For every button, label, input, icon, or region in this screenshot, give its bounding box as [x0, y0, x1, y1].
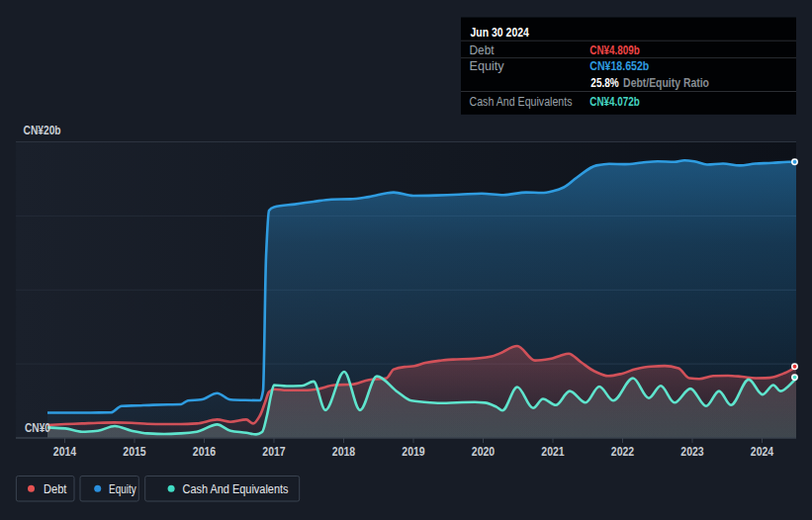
svg-text:Jun 30 2024: Jun 30 2024	[471, 26, 529, 40]
svg-text:Cash And Equivalents: Cash And Equivalents	[470, 95, 573, 109]
svg-text:2014: 2014	[53, 444, 77, 459]
svg-text:CN¥4.072b: CN¥4.072b	[589, 95, 640, 109]
svg-text:2022: 2022	[611, 444, 634, 459]
svg-text:2020: 2020	[472, 444, 495, 459]
svg-text:2017: 2017	[262, 444, 285, 459]
svg-text:Debt: Debt	[470, 43, 496, 57]
svg-text:2023: 2023	[680, 444, 703, 459]
svg-text:Cash And Equivalents: Cash And Equivalents	[183, 482, 289, 496]
svg-text:CN¥4.809b: CN¥4.809b	[589, 43, 640, 57]
svg-text:Debt/Equity Ratio: Debt/Equity Ratio	[623, 76, 709, 90]
svg-text:Debt: Debt	[44, 482, 67, 496]
svg-text:2015: 2015	[123, 444, 145, 459]
svg-text:2018: 2018	[332, 444, 355, 459]
svg-text:2024: 2024	[751, 444, 774, 459]
svg-text:Equity: Equity	[109, 482, 136, 496]
svg-text:Equity: Equity	[470, 59, 504, 73]
svg-text:CN¥0: CN¥0	[25, 421, 50, 435]
svg-text:2021: 2021	[541, 444, 564, 459]
svg-text:2016: 2016	[193, 444, 216, 459]
svg-text:CN¥18.652b: CN¥18.652b	[589, 59, 649, 73]
svg-text:2019: 2019	[402, 444, 424, 459]
svg-text:CN¥20b: CN¥20b	[24, 124, 61, 137]
svg-text:25.8%: 25.8%	[590, 76, 619, 90]
